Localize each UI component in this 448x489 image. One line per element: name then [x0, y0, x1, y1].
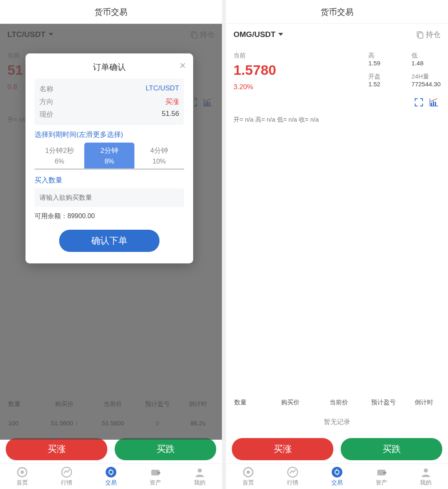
svg-rect-14 [431, 103, 432, 106]
qty-label: 买入数量 [35, 175, 184, 185]
tab-markets[interactable]: 行情 [270, 466, 315, 487]
home-icon [242, 466, 254, 478]
balance-line: 可用余额：89900.00 [35, 212, 184, 221]
left-screen: 货币交易 LTC/USDT 持仓 当前 51 0.8 开= n/a [0, 0, 222, 489]
current-label: 当前 [233, 52, 368, 60]
profile-icon [194, 466, 206, 478]
svg-point-23 [424, 468, 428, 473]
high-value: 1.59 [368, 60, 397, 67]
empty-records: 暂无记录 [226, 412, 448, 432]
change-percent: 3.20% [233, 83, 368, 91]
tab-assets[interactable]: 资产 [359, 466, 404, 487]
period-selector: 1分钟2秒 6% 2分钟 8% 4分钟 10% [35, 143, 184, 170]
col-countdown: 倒计时 [406, 399, 442, 406]
vol-label: 24H量 [411, 73, 441, 81]
period-option-1[interactable]: 2分钟 8% [84, 143, 134, 168]
buy-down-button[interactable]: 买跌 [115, 438, 216, 460]
low-value: 1.48 [411, 60, 441, 67]
label-name: 名称 [39, 84, 53, 94]
tab-trade[interactable]: 交易 [315, 466, 359, 487]
val-price: 51.56 [162, 110, 179, 119]
period-title: 选择到期时间(左滑更多选择) [35, 130, 184, 139]
stats-area: 当前 1.5780 3.20% 高 1.59 低 1.48 开盘 1.52 24… [226, 45, 448, 93]
label-direction: 方向 [39, 97, 53, 106]
tab-markets[interactable]: 行情 [44, 466, 89, 487]
fullscreen-icon[interactable] [414, 98, 423, 107]
orders-header: 数量 购买价 当前价 预计盈亏 倒计时 [226, 393, 448, 412]
svg-point-18 [247, 471, 250, 474]
buy-actions: 买涨 买跌 [226, 432, 448, 464]
trade-icon [105, 466, 117, 478]
high-label: 高 [368, 52, 397, 60]
tab-home[interactable]: 首页 [226, 466, 270, 487]
buy-down-button[interactable]: 买跌 [341, 438, 442, 460]
svg-point-11 [198, 468, 202, 473]
svg-point-20 [332, 467, 342, 477]
balance-label: 可用余额： [35, 212, 67, 219]
svg-rect-13 [418, 33, 423, 38]
period-option-2[interactable]: 4分钟 10% [134, 143, 184, 168]
low-label: 低 [411, 52, 441, 60]
profile-icon [420, 466, 432, 478]
label-price: 现价 [39, 110, 53, 119]
tab-trade[interactable]: 交易 [89, 466, 133, 487]
chart-tools [226, 93, 448, 108]
buy-up-button[interactable]: 买涨 [232, 438, 333, 460]
current-price: 1.5780 [233, 62, 368, 78]
wallet-icon [376, 466, 387, 478]
vol-value: 772544.30 [411, 81, 441, 88]
positions-link[interactable]: 持仓 [416, 30, 441, 39]
right-screen: 货币交易 OMG/USDT 持仓 当前 1.5780 3.20% 高 1.59 [226, 0, 448, 489]
trade-icon [331, 466, 343, 478]
col-cur: 当前价 [317, 399, 361, 406]
home-icon [16, 466, 28, 478]
pair-selector[interactable]: OMG/USDT [233, 30, 284, 39]
val-direction: 买涨 [165, 97, 179, 106]
svg-point-6 [21, 471, 24, 474]
col-buy: 购买价 [264, 399, 317, 406]
svg-point-8 [106, 467, 116, 477]
pair-bar: OMG/USDT 持仓 [226, 23, 448, 45]
page-title: 货币交易 [226, 0, 448, 23]
open-value: 1.52 [368, 81, 397, 88]
chart-icon[interactable] [429, 98, 439, 107]
chart-area[interactable] [226, 126, 448, 393]
balance-value: 89900.00 [67, 212, 95, 219]
tab-home[interactable]: 首页 [0, 466, 44, 487]
col-pnl: 预计盈亏 [361, 399, 406, 406]
period-option-0[interactable]: 1分钟2秒 6% [35, 143, 84, 168]
tab-assets[interactable]: 资产 [133, 466, 178, 487]
copy-icon [416, 30, 424, 39]
markets-icon [61, 466, 72, 478]
svg-rect-15 [433, 101, 434, 106]
pair-symbol: OMG/USDT [233, 30, 275, 39]
order-confirm-modal: × 订单确认 名称 LTC/USDT 方向 买涨 现价 51.56 选择到期时间… [25, 53, 193, 263]
wallet-icon [150, 466, 161, 478]
bottom-tabbar: 首页 行情 交易 资产 我的 [0, 464, 222, 489]
markets-icon [287, 466, 298, 478]
tab-profile[interactable]: 我的 [404, 466, 448, 487]
svg-rect-16 [435, 102, 436, 106]
col-qty: 数量 [232, 399, 264, 406]
confirm-order-button[interactable]: 确认下单 [59, 230, 159, 252]
svg-rect-22 [383, 472, 386, 474]
val-name: LTC/USDT [145, 84, 179, 94]
buy-up-button[interactable]: 买涨 [6, 438, 107, 460]
positions-label: 持仓 [426, 30, 441, 39]
bottom-tabbar: 首页 行情 交易 资产 我的 [226, 464, 448, 489]
chevron-down-icon [278, 32, 284, 37]
tab-profile[interactable]: 我的 [178, 466, 222, 487]
page-title: 货币交易 [0, 0, 222, 23]
close-icon[interactable]: × [180, 59, 186, 72]
modal-title: 订单确认 [35, 62, 184, 73]
quantity-input[interactable] [35, 188, 184, 207]
order-summary: 名称 LTC/USDT 方向 买涨 现价 51.56 [35, 78, 184, 125]
ohlc-readout: 开= n/a 高= n/a 低= n/a 收= n/a [226, 108, 448, 126]
open-label: 开盘 [368, 73, 397, 81]
svg-rect-10 [157, 472, 160, 474]
